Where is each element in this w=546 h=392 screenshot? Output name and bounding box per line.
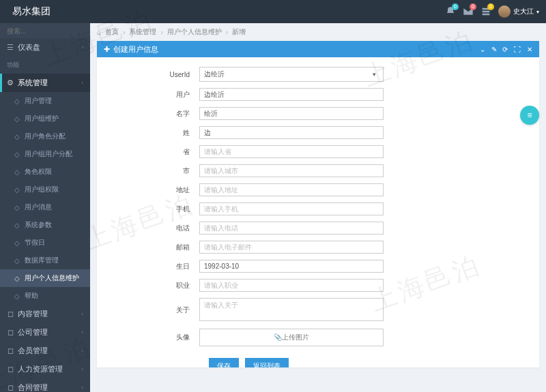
- notify-count: 0: [452, 3, 459, 10]
- sidebar-item-10[interactable]: ◇数据库管理: [0, 252, 90, 269]
- phone-field[interactable]: [199, 222, 384, 235]
- topbar: 易水集团 0 0 0 史大江 ▾: [0, 0, 546, 23]
- chevron-right-icon: ›: [81, 44, 83, 50]
- chevron-right-icon: ›: [81, 348, 83, 354]
- task-count: 0: [487, 3, 494, 10]
- sidebar-item-8[interactable]: ◇系统参数: [0, 216, 90, 234]
- top-right: 0 0 0 史大江 ▾: [445, 5, 539, 18]
- item-icon: ◻: [7, 346, 14, 355]
- main: ⌂ 首页 › 系统管理 › 用户个人信息维护 › 新增 ✚创建用户信息 ⌄ ✎ …: [90, 23, 546, 392]
- sidebar-item-9[interactable]: ◇节假日: [0, 234, 90, 252]
- fab-button[interactable]: ≡: [520, 106, 539, 125]
- lbl-userid: UserId: [111, 71, 199, 78]
- save-button[interactable]: 保存: [209, 358, 239, 367]
- collapse-icon[interactable]: ⌄: [480, 46, 485, 53]
- notify-bell[interactable]: 0: [445, 6, 456, 17]
- chevron-right-icon: ›: [81, 329, 83, 335]
- config-icon[interactable]: ✎: [491, 46, 497, 53]
- close-icon[interactable]: ✕: [527, 46, 532, 53]
- item-icon: ◇: [14, 186, 20, 194]
- chevron-right-icon: ›: [81, 385, 83, 391]
- sidebar-bottom-3[interactable]: ◻人力资源管理›: [0, 360, 90, 378]
- item-icon: ◻: [7, 365, 14, 374]
- mail-icon[interactable]: 0: [463, 6, 474, 17]
- item-icon: ◻: [7, 383, 14, 392]
- sidebar-search[interactable]: 🔍: [0, 23, 90, 38]
- sidebar-bottom-1[interactable]: ◻公司管理›: [0, 323, 90, 342]
- form-actions: 保存 返回列表: [111, 352, 526, 367]
- chevron-left-icon: ‹: [81, 80, 83, 86]
- item-icon: ◇: [14, 292, 20, 300]
- lbl-user: 用户: [111, 90, 199, 100]
- chevron-right-icon: ›: [81, 311, 83, 317]
- item-icon: ◻: [7, 310, 14, 318]
- reload-icon[interactable]: ⟳: [502, 46, 508, 53]
- panel-head: ✚创建用户信息 ⌄ ✎ ⟳ ⛶ ✕: [97, 41, 539, 57]
- plus-icon: ✚: [104, 45, 110, 54]
- occupation-field[interactable]: [199, 279, 384, 292]
- upload-icon: 📎: [274, 333, 282, 341]
- lbl-mobile: 手机: [111, 205, 199, 214]
- sidebar-item-4[interactable]: ◇用户组用户分配: [0, 145, 90, 163]
- item-icon: ◇: [14, 257, 20, 265]
- city-field[interactable]: [199, 164, 384, 177]
- lbl-email: 邮箱: [111, 243, 199, 252]
- mail-count: 0: [470, 3, 476, 10]
- item-icon: ◇: [14, 133, 20, 140]
- task-icon[interactable]: 0: [480, 6, 491, 17]
- lbl-name: 名字: [111, 109, 199, 119]
- item-icon: ◇: [14, 239, 20, 247]
- sidebar-dashboard[interactable]: ☰ 仪表盘 ›: [0, 38, 90, 57]
- sidebar-bottom-4[interactable]: ◻合同管理›: [0, 378, 90, 392]
- birthday-field[interactable]: [199, 260, 384, 273]
- item-icon: ⚙: [7, 78, 14, 87]
- surname-field[interactable]: [199, 126, 384, 139]
- panel-body: UserId 边绘沂▾ 用户 名字 姓 省 市 地址 手机 电话 邮箱 生日: [97, 57, 539, 367]
- sidebar-item-5[interactable]: ◇角色权限: [0, 163, 90, 181]
- sidebar-item-0[interactable]: ⚙系统管理‹: [0, 74, 90, 92]
- search-input[interactable]: [7, 27, 94, 35]
- avatar-upload-button[interactable]: 📎上传图片: [199, 329, 384, 346]
- lbl-province: 省: [111, 147, 199, 157]
- brand: 易水集团: [7, 5, 56, 18]
- back-button[interactable]: 返回列表: [245, 358, 289, 367]
- sidebar-item-2[interactable]: ◇用户组维护: [0, 110, 90, 127]
- crumb-l2[interactable]: 用户个人信息维护: [167, 27, 222, 37]
- sidebar-item-3[interactable]: ◇用户角色分配: [0, 127, 90, 145]
- about-field[interactable]: [199, 298, 384, 321]
- dash-icon: ☰: [7, 43, 14, 52]
- user-menu[interactable]: 史大江 ▾: [498, 5, 539, 18]
- item-icon: ◇: [14, 97, 20, 105]
- lbl-about: 关于: [111, 305, 199, 315]
- sidebar-heading: 功能: [0, 57, 90, 74]
- crumb-l3: 新增: [232, 27, 246, 37]
- crumb-home[interactable]: 首页: [105, 27, 119, 37]
- sidebar-item-1[interactable]: ◇用户管理: [0, 92, 90, 110]
- mobile-field[interactable]: [199, 202, 384, 215]
- crumb-l1[interactable]: 系统管理: [129, 27, 156, 37]
- lbl-avatar: 头像: [111, 333, 199, 342]
- lbl-phone: 电话: [111, 224, 199, 233]
- sidebar-bottom-0[interactable]: ◻内容管理›: [0, 305, 90, 323]
- user-field[interactable]: [199, 88, 384, 101]
- sidebar-item-7[interactable]: ◇用户消息: [0, 198, 90, 216]
- sidebar-item-6[interactable]: ◇用户组权限: [0, 181, 90, 198]
- panel-title: 创建用户信息: [113, 44, 158, 55]
- item-icon: ◻: [7, 328, 14, 337]
- province-field[interactable]: [199, 145, 384, 158]
- chevron-right-icon: ›: [81, 366, 83, 372]
- sidebar-item-12[interactable]: ◇帮助: [0, 287, 90, 305]
- home-icon: ⌂: [97, 29, 101, 36]
- userid-select[interactable]: 边绘沂▾: [199, 67, 384, 82]
- user-name: 史大江: [513, 7, 534, 16]
- avatar: [498, 5, 511, 18]
- email-field[interactable]: [199, 241, 384, 254]
- lbl-address: 地址: [111, 185, 199, 195]
- item-icon: ◇: [14, 204, 20, 211]
- fullscreen-icon[interactable]: ⛶: [514, 46, 521, 53]
- address-field[interactable]: [199, 183, 384, 196]
- item-icon: ◇: [14, 168, 20, 176]
- sidebar-bottom-2[interactable]: ◻会员管理›: [0, 342, 90, 360]
- sidebar-item-11[interactable]: ◇用户个人信息维护: [0, 269, 90, 287]
- name-field[interactable]: [199, 107, 384, 120]
